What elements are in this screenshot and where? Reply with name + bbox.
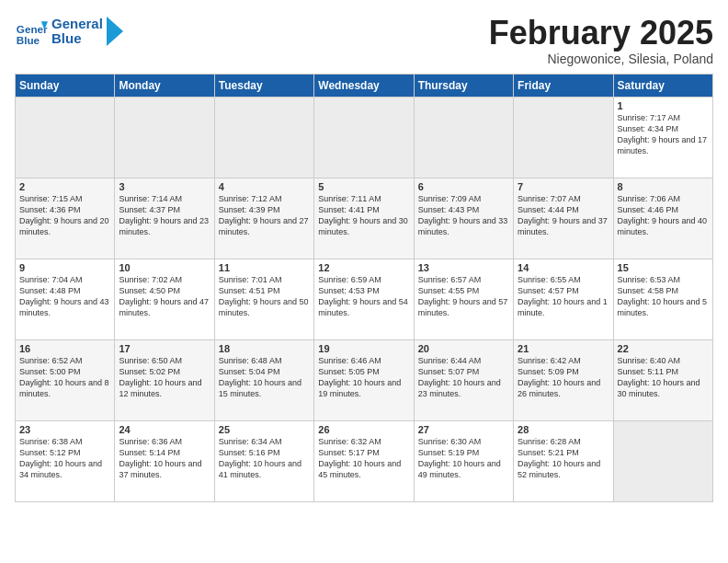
day-info: Sunrise: 6:44 AM Sunset: 5:07 PM Dayligh… xyxy=(418,355,509,400)
day-number: 17 xyxy=(119,343,210,354)
weekday-header-saturday: Saturday xyxy=(613,74,712,97)
logo-arrow-icon xyxy=(107,17,123,46)
day-info: Sunrise: 6:42 AM Sunset: 5:09 PM Dayligh… xyxy=(518,355,609,400)
day-info: Sunrise: 6:46 AM Sunset: 5:05 PM Dayligh… xyxy=(318,355,409,400)
calendar-cell: 17Sunrise: 6:50 AM Sunset: 5:02 PM Dayli… xyxy=(115,339,214,420)
calendar-cell: 6Sunrise: 7:09 AM Sunset: 4:43 PM Daylig… xyxy=(414,178,513,259)
calendar-week-row: 16Sunrise: 6:52 AM Sunset: 5:00 PM Dayli… xyxy=(16,339,713,420)
day-info: Sunrise: 6:32 AM Sunset: 5:17 PM Dayligh… xyxy=(318,436,409,481)
svg-marker-3 xyxy=(107,17,123,46)
calendar-subtitle: Niegowonice, Silesia, Poland xyxy=(489,52,713,66)
day-number: 25 xyxy=(219,424,310,435)
calendar-week-row: 2Sunrise: 7:15 AM Sunset: 4:36 PM Daylig… xyxy=(16,178,713,259)
day-info: Sunrise: 6:48 AM Sunset: 5:04 PM Dayligh… xyxy=(219,355,310,400)
calendar-cell: 10Sunrise: 7:02 AM Sunset: 4:50 PM Dayli… xyxy=(115,259,214,339)
calendar-cell: 24Sunrise: 6:36 AM Sunset: 5:14 PM Dayli… xyxy=(115,420,214,501)
day-number: 21 xyxy=(518,343,609,354)
calendar-cell: 11Sunrise: 7:01 AM Sunset: 4:51 PM Dayli… xyxy=(214,259,313,339)
day-info: Sunrise: 6:30 AM Sunset: 5:19 PM Dayligh… xyxy=(418,436,509,481)
logo-text-blue: Blue xyxy=(51,31,103,47)
calendar-table: SundayMondayTuesdayWednesdayThursdayFrid… xyxy=(15,74,713,502)
day-number: 1 xyxy=(618,100,709,111)
calendar-cell: 20Sunrise: 6:44 AM Sunset: 5:07 PM Dayli… xyxy=(414,339,513,420)
weekday-header-thursday: Thursday xyxy=(414,74,513,97)
day-info: Sunrise: 7:11 AM Sunset: 4:41 PM Dayligh… xyxy=(318,193,409,238)
calendar-cell xyxy=(115,97,214,178)
day-number: 13 xyxy=(418,262,509,273)
weekday-header-tuesday: Tuesday xyxy=(214,74,313,97)
calendar-cell: 3Sunrise: 7:14 AM Sunset: 4:37 PM Daylig… xyxy=(115,178,214,259)
day-number: 12 xyxy=(318,262,409,273)
calendar-cell: 5Sunrise: 7:11 AM Sunset: 4:41 PM Daylig… xyxy=(314,178,414,259)
calendar-cell: 26Sunrise: 6:32 AM Sunset: 5:17 PM Dayli… xyxy=(314,420,414,501)
logo: General Blue General Blue xyxy=(15,15,123,48)
day-number: 3 xyxy=(119,181,210,192)
calendar-cell: 4Sunrise: 7:12 AM Sunset: 4:39 PM Daylig… xyxy=(214,178,313,259)
day-number: 7 xyxy=(518,181,609,192)
day-number: 4 xyxy=(219,181,310,192)
calendar-week-row: 1Sunrise: 7:17 AM Sunset: 4:34 PM Daylig… xyxy=(16,97,713,178)
day-number: 2 xyxy=(19,181,110,192)
calendar-cell: 8Sunrise: 7:06 AM Sunset: 4:46 PM Daylig… xyxy=(613,178,712,259)
day-info: Sunrise: 6:38 AM Sunset: 5:12 PM Dayligh… xyxy=(19,436,110,481)
calendar-cell: 14Sunrise: 6:55 AM Sunset: 4:57 PM Dayli… xyxy=(514,259,613,339)
page-header: General Blue General Blue February 2025 … xyxy=(15,15,713,66)
calendar-cell: 16Sunrise: 6:52 AM Sunset: 5:00 PM Dayli… xyxy=(16,339,115,420)
day-info: Sunrise: 7:02 AM Sunset: 4:50 PM Dayligh… xyxy=(119,274,210,319)
calendar-cell xyxy=(314,97,414,178)
day-info: Sunrise: 7:17 AM Sunset: 4:34 PM Dayligh… xyxy=(618,112,709,157)
weekday-header-wednesday: Wednesday xyxy=(314,74,414,97)
day-info: Sunrise: 6:53 AM Sunset: 4:58 PM Dayligh… xyxy=(618,274,709,319)
day-number: 14 xyxy=(518,262,609,273)
calendar-cell: 2Sunrise: 7:15 AM Sunset: 4:36 PM Daylig… xyxy=(16,178,115,259)
day-info: Sunrise: 7:06 AM Sunset: 4:46 PM Dayligh… xyxy=(618,193,709,238)
calendar-title: February 2025 xyxy=(489,15,713,52)
day-info: Sunrise: 6:57 AM Sunset: 4:55 PM Dayligh… xyxy=(418,274,509,319)
calendar-cell: 7Sunrise: 7:07 AM Sunset: 4:44 PM Daylig… xyxy=(514,178,613,259)
day-info: Sunrise: 7:01 AM Sunset: 4:51 PM Dayligh… xyxy=(219,274,310,319)
day-info: Sunrise: 7:15 AM Sunset: 4:36 PM Dayligh… xyxy=(19,193,110,238)
weekday-header-sunday: Sunday xyxy=(16,74,115,97)
logo-icon: General Blue xyxy=(15,15,48,48)
calendar-cell: 28Sunrise: 6:28 AM Sunset: 5:21 PM Dayli… xyxy=(514,420,613,501)
calendar-week-row: 23Sunrise: 6:38 AM Sunset: 5:12 PM Dayli… xyxy=(16,420,713,501)
calendar-cell xyxy=(414,97,513,178)
day-number: 23 xyxy=(19,424,110,435)
weekday-header-friday: Friday xyxy=(514,74,613,97)
day-number: 28 xyxy=(518,424,609,435)
calendar-cell: 12Sunrise: 6:59 AM Sunset: 4:53 PM Dayli… xyxy=(314,259,414,339)
day-number: 10 xyxy=(119,262,210,273)
day-number: 18 xyxy=(219,343,310,354)
day-number: 20 xyxy=(418,343,509,354)
day-info: Sunrise: 6:50 AM Sunset: 5:02 PM Dayligh… xyxy=(119,355,210,400)
calendar-body: 1Sunrise: 7:17 AM Sunset: 4:34 PM Daylig… xyxy=(16,97,713,501)
weekday-header-monday: Monday xyxy=(115,74,214,97)
day-number: 6 xyxy=(418,181,509,192)
calendar-cell: 22Sunrise: 6:40 AM Sunset: 5:11 PM Dayli… xyxy=(613,339,712,420)
title-block: February 2025 Niegowonice, Silesia, Pola… xyxy=(489,15,713,66)
day-info: Sunrise: 6:34 AM Sunset: 5:16 PM Dayligh… xyxy=(219,436,310,481)
day-number: 27 xyxy=(418,424,509,435)
calendar-cell xyxy=(16,97,115,178)
calendar-cell: 23Sunrise: 6:38 AM Sunset: 5:12 PM Dayli… xyxy=(16,420,115,501)
calendar-header-row: SundayMondayTuesdayWednesdayThursdayFrid… xyxy=(16,74,713,97)
calendar-cell: 9Sunrise: 7:04 AM Sunset: 4:48 PM Daylig… xyxy=(16,259,115,339)
calendar-week-row: 9Sunrise: 7:04 AM Sunset: 4:48 PM Daylig… xyxy=(16,259,713,339)
day-info: Sunrise: 6:40 AM Sunset: 5:11 PM Dayligh… xyxy=(618,355,709,400)
calendar-cell xyxy=(514,97,613,178)
day-number: 11 xyxy=(219,262,310,273)
day-number: 19 xyxy=(318,343,409,354)
day-number: 5 xyxy=(318,181,409,192)
day-info: Sunrise: 6:55 AM Sunset: 4:57 PM Dayligh… xyxy=(518,274,609,319)
day-number: 15 xyxy=(618,262,709,273)
calendar-cell: 18Sunrise: 6:48 AM Sunset: 5:04 PM Dayli… xyxy=(214,339,313,420)
day-info: Sunrise: 6:59 AM Sunset: 4:53 PM Dayligh… xyxy=(318,274,409,319)
day-info: Sunrise: 6:28 AM Sunset: 5:21 PM Dayligh… xyxy=(518,436,609,481)
day-info: Sunrise: 6:36 AM Sunset: 5:14 PM Dayligh… xyxy=(119,436,210,481)
calendar-cell xyxy=(613,420,712,501)
calendar-cell: 13Sunrise: 6:57 AM Sunset: 4:55 PM Dayli… xyxy=(414,259,513,339)
calendar-cell xyxy=(214,97,313,178)
day-info: Sunrise: 6:52 AM Sunset: 5:00 PM Dayligh… xyxy=(19,355,110,400)
svg-text:Blue: Blue xyxy=(17,34,40,46)
day-number: 24 xyxy=(119,424,210,435)
